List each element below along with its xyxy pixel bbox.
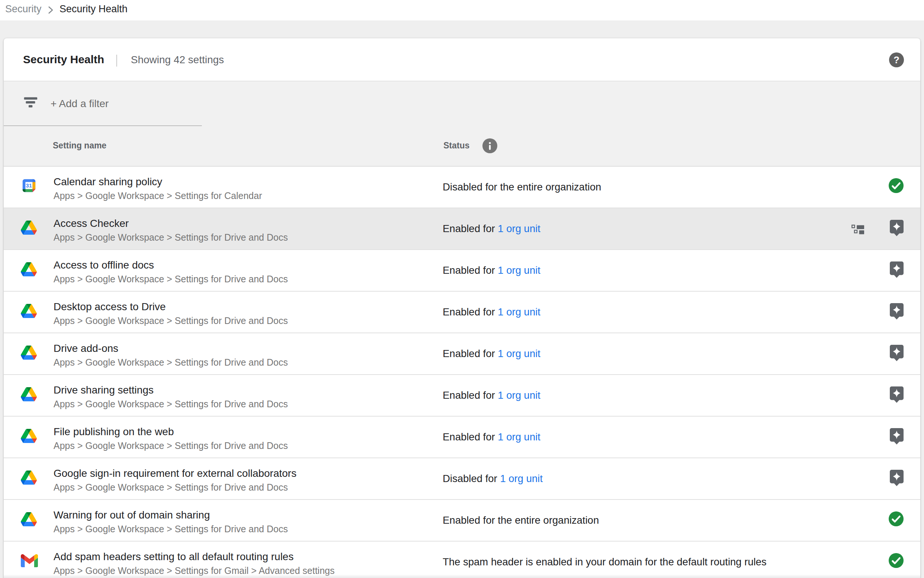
svg-text:31: 31 — [26, 183, 32, 188]
